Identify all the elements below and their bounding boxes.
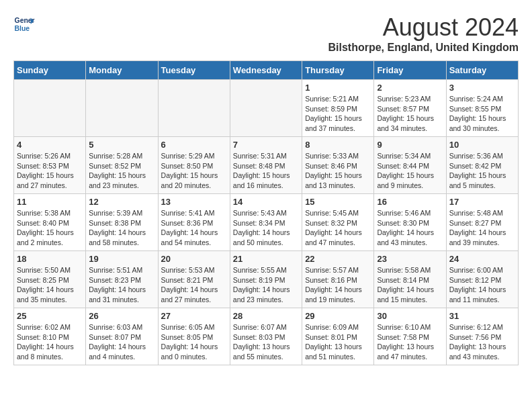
weekday-header: Saturday (446, 61, 518, 80)
day-info: Sunrise: 5:28 AM Sunset: 8:52 PM Dayligh… (89, 151, 154, 191)
calendar-cell: 27Sunrise: 6:05 AM Sunset: 8:05 PM Dayli… (158, 308, 230, 365)
calendar-cell: 5Sunrise: 5:28 AM Sunset: 8:52 PM Daylig… (86, 137, 158, 194)
day-number: 28 (233, 311, 299, 321)
day-info: Sunrise: 6:00 AM Sunset: 8:12 PM Dayligh… (449, 265, 515, 305)
calendar-cell: 16Sunrise: 5:46 AM Sunset: 8:30 PM Dayli… (374, 194, 446, 251)
day-info: Sunrise: 6:09 AM Sunset: 8:01 PM Dayligh… (305, 322, 371, 362)
calendar-table: SundayMondayTuesdayWednesdayThursdayFrid… (13, 60, 519, 365)
location: Bilsthorpe, England, United Kingdom (328, 42, 519, 54)
calendar-cell (158, 80, 230, 137)
day-info: Sunrise: 6:02 AM Sunset: 8:10 PM Dayligh… (17, 322, 83, 362)
day-number: 31 (449, 311, 515, 321)
weekday-header: Tuesday (158, 61, 230, 80)
calendar-cell: 13Sunrise: 5:41 AM Sunset: 8:36 PM Dayli… (158, 194, 230, 251)
day-number: 12 (89, 197, 154, 207)
day-number: 27 (161, 311, 227, 321)
day-number: 14 (233, 197, 299, 207)
calendar-week-row: 25Sunrise: 6:02 AM Sunset: 8:10 PM Dayli… (14, 308, 519, 365)
day-number: 9 (377, 140, 443, 150)
day-info: Sunrise: 5:45 AM Sunset: 8:32 PM Dayligh… (305, 208, 371, 248)
calendar-cell: 23Sunrise: 5:58 AM Sunset: 8:14 PM Dayli… (374, 251, 446, 308)
day-info: Sunrise: 6:12 AM Sunset: 7:56 PM Dayligh… (449, 322, 515, 362)
calendar-cell: 18Sunrise: 5:50 AM Sunset: 8:25 PM Dayli… (14, 251, 86, 308)
day-number: 10 (449, 140, 515, 150)
day-info: Sunrise: 6:05 AM Sunset: 8:05 PM Dayligh… (161, 322, 227, 362)
day-info: Sunrise: 6:07 AM Sunset: 8:03 PM Dayligh… (233, 322, 299, 362)
weekday-header-row: SundayMondayTuesdayWednesdayThursdayFrid… (14, 61, 519, 80)
day-number: 22 (305, 254, 371, 264)
day-info: Sunrise: 5:31 AM Sunset: 8:48 PM Dayligh… (233, 151, 299, 191)
day-info: Sunrise: 6:10 AM Sunset: 7:58 PM Dayligh… (377, 322, 443, 362)
day-info: Sunrise: 5:21 AM Sunset: 8:59 PM Dayligh… (305, 94, 371, 134)
day-info: Sunrise: 5:58 AM Sunset: 8:14 PM Dayligh… (377, 265, 443, 305)
day-number: 4 (17, 140, 83, 150)
calendar-cell: 31Sunrise: 6:12 AM Sunset: 7:56 PM Dayli… (446, 308, 518, 365)
calendar-cell: 29Sunrise: 6:09 AM Sunset: 8:01 PM Dayli… (302, 308, 374, 365)
calendar-cell: 30Sunrise: 6:10 AM Sunset: 7:58 PM Dayli… (374, 308, 446, 365)
day-info: Sunrise: 5:23 AM Sunset: 8:57 PM Dayligh… (377, 94, 443, 134)
day-info: Sunrise: 5:43 AM Sunset: 8:34 PM Dayligh… (233, 208, 299, 248)
day-info: Sunrise: 5:36 AM Sunset: 8:42 PM Dayligh… (449, 151, 515, 191)
day-info: Sunrise: 5:41 AM Sunset: 8:36 PM Dayligh… (161, 208, 227, 248)
day-number: 29 (305, 311, 371, 321)
calendar-cell: 21Sunrise: 5:55 AM Sunset: 8:19 PM Dayli… (230, 251, 302, 308)
weekday-header: Friday (374, 61, 446, 80)
calendar-cell: 26Sunrise: 6:03 AM Sunset: 8:07 PM Dayli… (86, 308, 158, 365)
day-number: 19 (89, 254, 154, 264)
day-number: 1 (305, 83, 371, 93)
day-number: 7 (233, 140, 299, 150)
calendar-week-row: 4Sunrise: 5:26 AM Sunset: 8:53 PM Daylig… (14, 137, 519, 194)
weekday-header: Thursday (302, 61, 374, 80)
day-info: Sunrise: 5:50 AM Sunset: 8:25 PM Dayligh… (17, 265, 83, 305)
calendar-cell: 2Sunrise: 5:23 AM Sunset: 8:57 PM Daylig… (374, 80, 446, 137)
day-info: Sunrise: 5:55 AM Sunset: 8:19 PM Dayligh… (233, 265, 299, 305)
calendar-cell: 11Sunrise: 5:38 AM Sunset: 8:40 PM Dayli… (14, 194, 86, 251)
calendar-week-row: 1Sunrise: 5:21 AM Sunset: 8:59 PM Daylig… (14, 80, 519, 137)
day-info: Sunrise: 5:51 AM Sunset: 8:23 PM Dayligh… (89, 265, 154, 305)
calendar-cell: 3Sunrise: 5:24 AM Sunset: 8:55 PM Daylig… (446, 80, 518, 137)
logo: General Blue (13, 13, 35, 35)
day-number: 11 (17, 197, 83, 207)
day-number: 24 (449, 254, 515, 264)
day-number: 15 (305, 197, 371, 207)
day-number: 6 (161, 140, 227, 150)
day-number: 20 (161, 254, 227, 264)
calendar-cell: 8Sunrise: 5:33 AM Sunset: 8:46 PM Daylig… (302, 137, 374, 194)
calendar-cell: 24Sunrise: 6:00 AM Sunset: 8:12 PM Dayli… (446, 251, 518, 308)
calendar-cell: 28Sunrise: 6:07 AM Sunset: 8:03 PM Dayli… (230, 308, 302, 365)
page-header: General Blue August 2024 Bilsthorpe, Eng… (13, 13, 519, 54)
day-number: 25 (17, 311, 83, 321)
day-info: Sunrise: 5:48 AM Sunset: 8:27 PM Dayligh… (449, 208, 515, 248)
calendar-cell: 22Sunrise: 5:57 AM Sunset: 8:16 PM Dayli… (302, 251, 374, 308)
logo-icon: General Blue (13, 13, 35, 35)
day-info: Sunrise: 5:57 AM Sunset: 8:16 PM Dayligh… (305, 265, 371, 305)
day-number: 30 (377, 311, 443, 321)
calendar-cell: 9Sunrise: 5:34 AM Sunset: 8:44 PM Daylig… (374, 137, 446, 194)
day-info: Sunrise: 5:24 AM Sunset: 8:55 PM Dayligh… (449, 94, 515, 134)
day-info: Sunrise: 5:29 AM Sunset: 8:50 PM Dayligh… (161, 151, 227, 191)
day-number: 23 (377, 254, 443, 264)
day-number: 3 (449, 83, 515, 93)
day-info: Sunrise: 5:34 AM Sunset: 8:44 PM Dayligh… (377, 151, 443, 191)
day-info: Sunrise: 6:03 AM Sunset: 8:07 PM Dayligh… (89, 322, 154, 362)
svg-text:Blue: Blue (15, 25, 30, 32)
day-info: Sunrise: 5:26 AM Sunset: 8:53 PM Dayligh… (17, 151, 83, 191)
calendar-cell: 25Sunrise: 6:02 AM Sunset: 8:10 PM Dayli… (14, 308, 86, 365)
calendar-week-row: 11Sunrise: 5:38 AM Sunset: 8:40 PM Dayli… (14, 194, 519, 251)
weekday-header: Sunday (14, 61, 86, 80)
calendar-cell: 19Sunrise: 5:51 AM Sunset: 8:23 PM Dayli… (86, 251, 158, 308)
day-number: 8 (305, 140, 371, 150)
day-number: 5 (89, 140, 154, 150)
calendar-cell: 7Sunrise: 5:31 AM Sunset: 8:48 PM Daylig… (230, 137, 302, 194)
weekday-header: Wednesday (230, 61, 302, 80)
title-section: August 2024 Bilsthorpe, England, United … (328, 13, 519, 54)
calendar-cell: 10Sunrise: 5:36 AM Sunset: 8:42 PM Dayli… (446, 137, 518, 194)
weekday-header: Monday (86, 61, 158, 80)
calendar-cell: 6Sunrise: 5:29 AM Sunset: 8:50 PM Daylig… (158, 137, 230, 194)
day-info: Sunrise: 5:46 AM Sunset: 8:30 PM Dayligh… (377, 208, 443, 248)
day-number: 21 (233, 254, 299, 264)
day-number: 18 (17, 254, 83, 264)
day-info: Sunrise: 5:39 AM Sunset: 8:38 PM Dayligh… (89, 208, 154, 248)
calendar-cell: 20Sunrise: 5:53 AM Sunset: 8:21 PM Dayli… (158, 251, 230, 308)
day-number: 16 (377, 197, 443, 207)
